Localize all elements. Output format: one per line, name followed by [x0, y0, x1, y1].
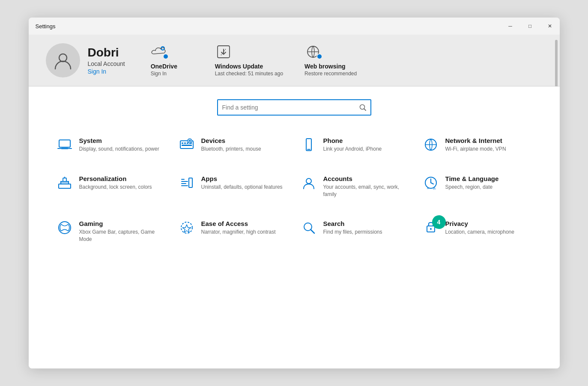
svg-rect-19 — [59, 184, 71, 188]
search-svg — [301, 220, 316, 235]
network-desc: Wi-Fi, airplane mode, VPN — [445, 145, 506, 153]
sign-in-link[interactable]: Sign In — [88, 68, 125, 75]
svg-point-28 — [306, 178, 311, 184]
devices-icon — [179, 137, 194, 152]
personalization-desc: Background, lock screen, colors — [79, 184, 152, 191]
scrollbar-thumb[interactable] — [555, 40, 558, 91]
svg-line-6 — [364, 109, 366, 110]
svg-rect-25 — [181, 183, 186, 184]
svg-rect-7 — [59, 140, 70, 147]
apps-desc: Uninstall, defaults, optional features — [201, 184, 283, 191]
gaming-name: Gaming — [79, 220, 165, 227]
onedrive-badge — [163, 53, 169, 59]
update-svg — [216, 44, 231, 59]
search-bar-wrap — [50, 99, 538, 116]
settings-item-time[interactable]: A あ Time & Language Speech, region, date — [416, 169, 538, 204]
search-item-name: Search — [323, 220, 382, 227]
settings-item-search[interactable]: Search Find my files, permissions — [294, 214, 416, 249]
web-browsing-icon — [304, 43, 322, 60]
svg-rect-13 — [182, 145, 192, 146]
settings-item-privacy[interactable]: 4 Privacy Location, camera, microphone — [416, 214, 538, 249]
laptop-svg — [57, 137, 72, 152]
minimize-button[interactable]: ─ — [501, 18, 520, 35]
ease-name: Ease of Access — [201, 220, 276, 227]
network-icon — [423, 137, 439, 152]
web-browsing-badge — [316, 53, 322, 59]
settings-item-system[interactable]: System Display, sound, notifications, po… — [50, 131, 172, 159]
svg-rect-24 — [181, 181, 188, 182]
svg-line-37 — [310, 230, 314, 234]
user-details: Dobri Local Account Sign In — [88, 46, 125, 75]
update-sub: Last checked: 51 minutes ago — [215, 71, 283, 77]
settings-item-network[interactable]: Network & Internet Wi-Fi, airplane mode,… — [416, 131, 538, 159]
ease-svg — [179, 220, 194, 235]
gaming-icon — [57, 220, 72, 235]
devices-desc: Bluetooth, printers, mouse — [201, 145, 261, 153]
privacy-icon: 4 — [423, 220, 439, 235]
svg-rect-23 — [181, 179, 185, 180]
user-name: Dobri — [88, 46, 125, 59]
accounts-name: Accounts — [323, 175, 409, 182]
tile-windows-update[interactable]: Windows Update Last checked: 51 minutes … — [215, 43, 283, 77]
search-item-desc: Find my files, permissions — [323, 229, 382, 236]
ease-desc: Narrator, magnifier, high contrast — [201, 229, 276, 236]
scrollbar-track[interactable] — [555, 35, 558, 86]
web-browsing-name: Web browsing — [304, 63, 345, 70]
svg-rect-9 — [182, 143, 183, 144]
search-input[interactable] — [222, 104, 356, 111]
svg-line-31 — [431, 183, 433, 184]
settings-item-ease[interactable]: Ease of Access Narrator, magnifier, high… — [172, 214, 294, 249]
maximize-button[interactable]: □ — [520, 18, 540, 35]
person-svg — [301, 175, 316, 190]
settings-window: Settings ─ □ ✕ Dobri Local Account Sign … — [29, 18, 560, 368]
close-button[interactable]: ✕ — [540, 18, 560, 35]
settings-item-phone[interactable]: Phone Link your Android, iPhone — [294, 131, 416, 159]
main-content: System Display, sound, notifications, po… — [29, 86, 560, 368]
settings-item-apps[interactable]: Apps Uninstall, defaults, optional featu… — [172, 169, 294, 204]
globe-svg — [424, 137, 438, 152]
svg-rect-27 — [189, 178, 192, 187]
settings-item-accounts[interactable]: Accounts Your accounts, email, sync, wor… — [294, 169, 416, 204]
window-controls: ─ □ ✕ — [501, 18, 560, 35]
accounts-icon — [301, 175, 316, 190]
onedrive-name: OneDrive — [151, 63, 177, 70]
system-desc: Display, sound, notifications, power — [79, 145, 159, 153]
tile-onedrive[interactable]: OneDrive Sign In — [151, 43, 194, 77]
web-browsing-sub: Restore recommended — [304, 71, 357, 77]
svg-point-14 — [188, 139, 192, 143]
personalization-name: Personalization — [79, 175, 152, 182]
phone-svg — [301, 137, 316, 152]
onedrive-sub: Sign In — [151, 71, 167, 77]
keyboard-svg — [179, 137, 194, 152]
search-icon — [359, 104, 366, 111]
onedrive-icon — [151, 43, 168, 60]
svg-point-0 — [59, 54, 67, 62]
svg-rect-16 — [306, 139, 311, 151]
devices-name: Devices — [201, 137, 261, 144]
svg-text:A: A — [427, 187, 429, 190]
svg-text:あ: あ — [433, 187, 436, 190]
search-settings-icon — [301, 220, 316, 235]
system-name: System — [79, 137, 159, 144]
window-title: Settings — [36, 23, 56, 30]
settings-item-personalization[interactable]: Personalization Background, lock screen,… — [50, 169, 172, 204]
update-name: Windows Update — [215, 63, 263, 70]
time-icon: A あ — [423, 175, 439, 190]
tile-web-browsing[interactable]: Web browsing Restore recommended — [304, 43, 357, 77]
privacy-desc: Location, camera, microphone — [445, 229, 514, 236]
settings-grid: System Display, sound, notifications, po… — [50, 131, 538, 249]
settings-item-gaming[interactable]: Gaming Xbox Game Bar, captures, Game Mod… — [50, 214, 172, 249]
avatar[interactable] — [46, 43, 80, 77]
ease-icon — [179, 220, 194, 235]
privacy-badge: 4 — [424, 220, 438, 236]
svg-point-39 — [430, 228, 432, 230]
apps-icon — [179, 175, 194, 190]
search-bar — [217, 99, 371, 116]
svg-rect-26 — [181, 185, 188, 186]
settings-item-devices[interactable]: Devices Bluetooth, printers, mouse — [172, 131, 294, 159]
privacy-notification-badge: 4 — [432, 215, 446, 229]
system-icon — [57, 137, 72, 152]
avatar-icon — [54, 51, 72, 70]
accounts-desc: Your accounts, email, sync, work, family — [323, 184, 409, 198]
privacy-name: Privacy — [445, 220, 514, 227]
